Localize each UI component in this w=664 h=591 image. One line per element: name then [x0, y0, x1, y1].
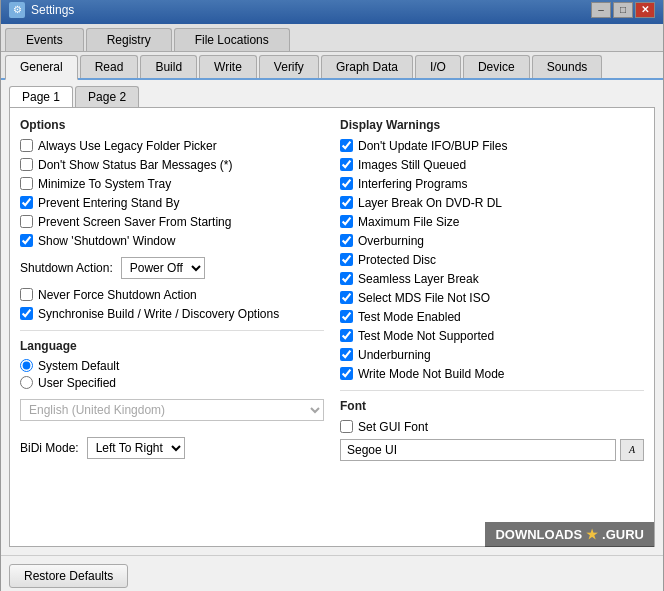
checkbox-prevent-standby-input[interactable]: [20, 196, 33, 209]
font-input-row: A: [340, 439, 644, 461]
checkbox-never-force-label: Never Force Shutdown Action: [38, 288, 197, 302]
checkbox-set-gui-font-input[interactable]: [340, 420, 353, 433]
checkbox-never-force-input[interactable]: [20, 288, 33, 301]
checkbox-set-gui-font: Set GUI Font: [340, 419, 644, 435]
title-bar: ⚙ Settings – □ ✕: [1, 0, 663, 24]
checkbox-interfering: Interfering Programs: [340, 176, 644, 192]
checkbox-status-messages-input[interactable]: [20, 158, 33, 171]
checkbox-screen-saver-input[interactable]: [20, 215, 33, 228]
checkbox-select-mds-label: Select MDS File Not ISO: [358, 291, 490, 305]
checkbox-max-file-size-label: Maximum File Size: [358, 215, 459, 229]
checkbox-set-gui-font-label: Set GUI Font: [358, 420, 428, 434]
subtab-write[interactable]: Write: [199, 55, 257, 78]
checkbox-test-mode: Test Mode Enabled: [340, 309, 644, 325]
checkbox-synchronise: Synchronise Build / Write / Discovery Op…: [20, 306, 324, 322]
checkbox-select-mds: Select MDS File Not ISO: [340, 290, 644, 306]
checkbox-ifo-bup: Don't Update IFO/BUP Files: [340, 138, 644, 154]
two-columns: Options Always Use Legacy Folder Picker …: [20, 118, 644, 536]
checkbox-images-queued-input[interactable]: [340, 158, 353, 171]
checkbox-minimize-tray: Minimize To System Tray: [20, 176, 324, 192]
checkbox-legacy-folder-input[interactable]: [20, 139, 33, 152]
font-section: Font Set GUI Font A: [340, 399, 644, 461]
checkbox-select-mds-input[interactable]: [340, 291, 353, 304]
bidi-select[interactable]: Left To Right Right To Left Auto: [87, 437, 185, 459]
font-name-input[interactable]: [340, 439, 616, 461]
radio-system-default: System Default: [20, 359, 324, 373]
maximize-button[interactable]: □: [613, 2, 633, 18]
checkbox-max-file-size-input[interactable]: [340, 215, 353, 228]
checkbox-seamless-layer-label: Seamless Layer Break: [358, 272, 479, 286]
checkbox-prevent-standby-label: Prevent Entering Stand By: [38, 196, 179, 210]
window-title: Settings: [31, 3, 74, 17]
subtab-verify[interactable]: Verify: [259, 55, 319, 78]
tab-events[interactable]: Events: [5, 28, 84, 51]
display-warnings-title: Display Warnings: [340, 118, 644, 132]
radio-system-default-input[interactable]: [20, 359, 33, 372]
tab-registry[interactable]: Registry: [86, 28, 172, 51]
checkbox-interfering-label: Interfering Programs: [358, 177, 467, 191]
page-tab-2[interactable]: Page 2: [75, 86, 139, 107]
language-title: Language: [20, 339, 324, 353]
page-tab-1[interactable]: Page 1: [9, 86, 73, 107]
minimize-button[interactable]: –: [591, 2, 611, 18]
checkbox-test-mode-not-supported: Test Mode Not Supported: [340, 328, 644, 344]
checkbox-status-messages-label: Don't Show Status Bar Messages (*): [38, 158, 232, 172]
content-area: Options Always Use Legacy Folder Picker …: [9, 107, 655, 547]
radio-user-specified-label: User Specified: [38, 376, 116, 390]
settings-icon: ⚙: [9, 2, 25, 18]
bidi-label: BiDi Mode:: [20, 441, 79, 455]
language-select[interactable]: English (United Kingdom): [20, 399, 324, 421]
checkbox-layer-break: Layer Break On DVD-R DL: [340, 195, 644, 211]
checkbox-layer-break-input[interactable]: [340, 196, 353, 209]
radio-user-specified-input[interactable]: [20, 376, 33, 389]
restore-defaults-button[interactable]: Restore Defaults: [9, 564, 128, 588]
options-title: Options: [20, 118, 324, 132]
checkbox-underburning-label: Underburning: [358, 348, 431, 362]
checkbox-underburning-input[interactable]: [340, 348, 353, 361]
page-tabs: Page 1 Page 2: [1, 80, 663, 107]
checkbox-test-mode-input[interactable]: [340, 310, 353, 323]
title-bar-buttons: – □ ✕: [591, 2, 655, 18]
shutdown-action-select[interactable]: Power Off Restart Hibernate Stand By: [121, 257, 205, 279]
separator-2: [340, 390, 644, 391]
checkbox-write-mode: Write Mode Not Build Mode: [340, 366, 644, 382]
tab-file-locations[interactable]: File Locations: [174, 28, 290, 51]
checkbox-synchronise-input[interactable]: [20, 307, 33, 320]
subtab-general[interactable]: General: [5, 55, 78, 80]
checkbox-interfering-input[interactable]: [340, 177, 353, 190]
checkbox-overburning: Overburning: [340, 233, 644, 249]
close-button[interactable]: ✕: [635, 2, 655, 18]
bidi-row: BiDi Mode: Left To Right Right To Left A…: [20, 437, 324, 459]
checkbox-underburning: Underburning: [340, 347, 644, 363]
checkbox-shutdown-window-input[interactable]: [20, 234, 33, 247]
checkbox-protected-disc-label: Protected Disc: [358, 253, 436, 267]
checkbox-test-mode-not-supported-input[interactable]: [340, 329, 353, 342]
checkbox-synchronise-label: Synchronise Build / Write / Discovery Op…: [38, 307, 279, 321]
subtab-build[interactable]: Build: [140, 55, 197, 78]
subtab-read[interactable]: Read: [80, 55, 139, 78]
checkbox-ifo-bup-input[interactable]: [340, 139, 353, 152]
separator-1: [20, 330, 324, 331]
checkbox-overburning-input[interactable]: [340, 234, 353, 247]
checkbox-seamless-layer-input[interactable]: [340, 272, 353, 285]
checkbox-protected-disc-input[interactable]: [340, 253, 353, 266]
settings-window: ⚙ Settings – □ ✕ Events Registry File Lo…: [0, 0, 664, 591]
sub-tabs: General Read Build Write Verify Graph Da…: [1, 52, 663, 80]
font-picker-button[interactable]: A: [620, 439, 644, 461]
subtab-graph-data[interactable]: Graph Data: [321, 55, 413, 78]
subtab-device[interactable]: Device: [463, 55, 530, 78]
checkbox-seamless-layer: Seamless Layer Break: [340, 271, 644, 287]
checkbox-test-mode-label: Test Mode Enabled: [358, 310, 461, 324]
checkbox-minimize-tray-label: Minimize To System Tray: [38, 177, 171, 191]
right-column: Display Warnings Don't Update IFO/BUP Fi…: [340, 118, 644, 536]
checkbox-test-mode-not-supported-label: Test Mode Not Supported: [358, 329, 494, 343]
subtab-sounds[interactable]: Sounds: [532, 55, 603, 78]
checkbox-layer-break-label: Layer Break On DVD-R DL: [358, 196, 502, 210]
checkbox-minimize-tray-input[interactable]: [20, 177, 33, 190]
subtab-io[interactable]: I/O: [415, 55, 461, 78]
checkbox-write-mode-input[interactable]: [340, 367, 353, 380]
checkbox-legacy-folder-label: Always Use Legacy Folder Picker: [38, 139, 217, 153]
radio-user-specified: User Specified: [20, 376, 324, 390]
checkbox-write-mode-label: Write Mode Not Build Mode: [358, 367, 505, 381]
shutdown-action-label: Shutdown Action:: [20, 261, 113, 275]
